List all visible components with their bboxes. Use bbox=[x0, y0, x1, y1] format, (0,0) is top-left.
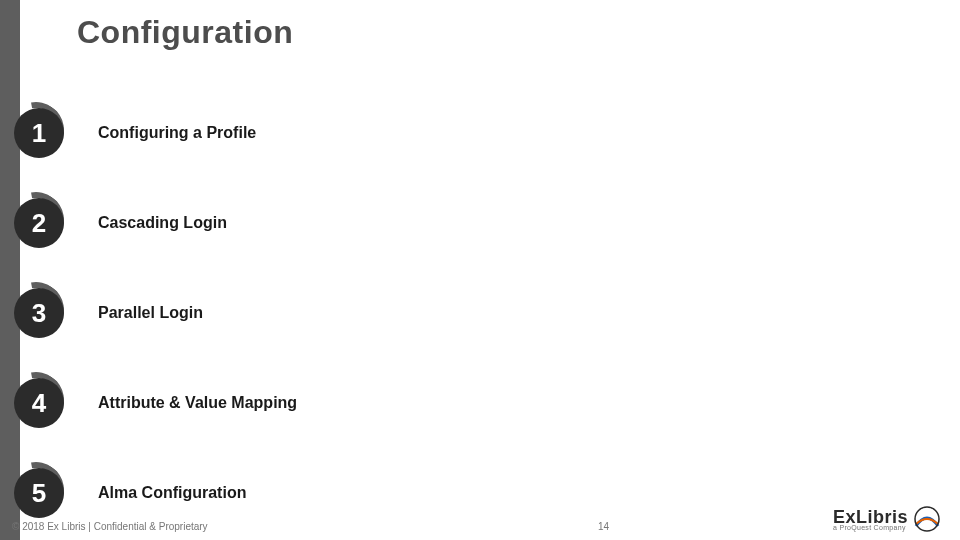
number-badge: 3 bbox=[14, 288, 64, 338]
number-badge: 4 bbox=[14, 378, 64, 428]
slide: Configuration 1 Configuring a Profile 2 … bbox=[0, 0, 960, 540]
brand-logo: ExLibris a ProQuest Company bbox=[833, 504, 942, 534]
list-item: 4 Attribute & Value Mapping bbox=[10, 358, 297, 448]
list-item: 2 Cascading Login bbox=[10, 178, 297, 268]
agenda-list: 1 Configuring a Profile 2 Cascading Logi… bbox=[10, 88, 297, 538]
page-title: Configuration bbox=[77, 14, 293, 51]
footer-copyright: © 2018 Ex Libris | Confidential & Propri… bbox=[12, 521, 208, 532]
number-badge: 5 bbox=[14, 468, 64, 518]
badge-number: 5 bbox=[14, 468, 64, 518]
badge-number: 2 bbox=[14, 198, 64, 248]
item-label: Alma Configuration bbox=[98, 484, 246, 502]
item-label: Attribute & Value Mapping bbox=[98, 394, 297, 412]
badge-number: 1 bbox=[14, 108, 64, 158]
item-label: Parallel Login bbox=[98, 304, 203, 322]
item-label: Configuring a Profile bbox=[98, 124, 256, 142]
list-item: 1 Configuring a Profile bbox=[10, 88, 297, 178]
item-label: Cascading Login bbox=[98, 214, 227, 232]
list-item: 3 Parallel Login bbox=[10, 268, 297, 358]
badge-number: 4 bbox=[14, 378, 64, 428]
page-number: 14 bbox=[598, 521, 609, 532]
number-badge: 2 bbox=[14, 198, 64, 248]
badge-number: 3 bbox=[14, 288, 64, 338]
logo-mark-icon bbox=[912, 504, 942, 534]
logo-text-block: ExLibris a ProQuest Company bbox=[833, 507, 908, 531]
logo-subtitle: a ProQuest Company bbox=[833, 524, 908, 531]
number-badge: 1 bbox=[14, 108, 64, 158]
